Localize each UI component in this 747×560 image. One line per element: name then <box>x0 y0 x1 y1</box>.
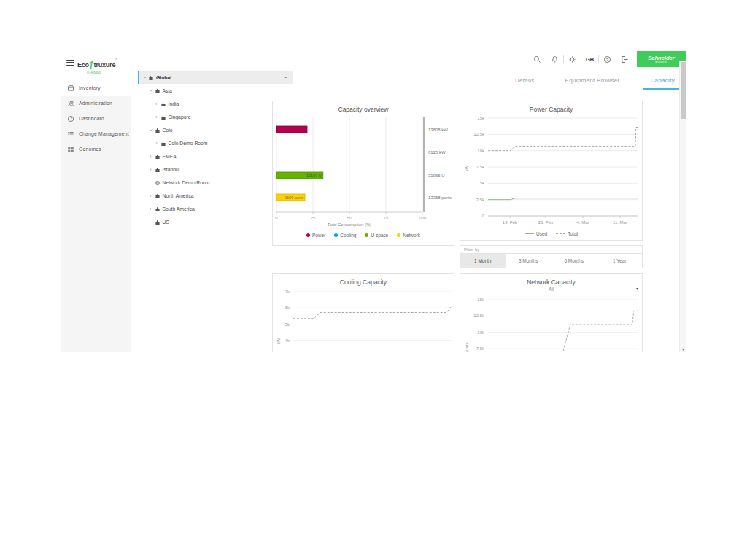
tree-item-us[interactable]: US <box>140 216 290 228</box>
svg-text:4. Mar: 4. Mar <box>576 220 589 225</box>
chevron-down-icon[interactable]: › <box>142 75 147 81</box>
legend-item-total[interactable]: Total <box>556 231 578 236</box>
power-capacity-chart: 02.5k5k7.5k10k12.5k15k19. Feb26. Feb4. M… <box>460 101 643 230</box>
chevron-right-icon[interactable]: › <box>154 141 160 146</box>
sidebar-item-change-management[interactable]: Change Management <box>61 126 131 141</box>
tree-item-label: Istanbul <box>163 167 180 172</box>
legend-item-network[interactable]: Network <box>397 233 420 238</box>
sidebar-item-inventory[interactable]: Inventory <box>61 80 131 96</box>
tree-item-label: North America <box>163 193 194 198</box>
schneider-electric-logo: Schneider Electric <box>637 51 686 67</box>
location-icon <box>154 128 161 133</box>
legend-label: Network <box>403 233 420 238</box>
filter-button-6-months[interactable]: 6 Months <box>551 254 597 268</box>
location-icon <box>147 75 155 81</box>
svg-text:7k: 7k <box>285 289 290 294</box>
search-icon[interactable] <box>529 51 546 67</box>
settings-gear-icon[interactable] <box>564 51 581 67</box>
sidebar-item-label: Administration <box>79 101 112 106</box>
tree-item-emea[interactable]: ›EMEA <box>140 150 290 163</box>
legend-dot-icon <box>334 233 338 237</box>
administration-icon <box>67 97 74 110</box>
dropdown-arrow-icon[interactable]: ▾ <box>636 286 638 291</box>
chevron-right-icon[interactable]: › <box>154 101 160 106</box>
locale-selector[interactable]: GB <box>581 51 598 67</box>
tree-item-south-america[interactable]: ›South America <box>140 203 290 215</box>
svg-text:6126 kW: 6126 kW <box>428 150 446 155</box>
sidebar-item-genomes[interactable]: Genomes <box>61 141 131 157</box>
network-scope-dropdown[interactable]: All <box>460 287 642 292</box>
svg-text:2.5k: 2.5k <box>476 198 485 202</box>
tree-item-global[interactable]: ›Global− <box>138 71 293 84</box>
tree-item-india[interactable]: ›India <box>140 98 290 110</box>
svg-text:4k: 4k <box>285 338 290 343</box>
legend-label: Cooling <box>340 233 356 238</box>
filter-button-1-year[interactable]: 1 Year <box>597 254 643 268</box>
tab-capacity[interactable]: Capacity <box>643 73 682 90</box>
svg-text:5k: 5k <box>285 322 290 327</box>
svg-text:19. Feb: 19. Feb <box>503 220 518 225</box>
tab-details[interactable]: Details <box>508 73 542 90</box>
cooling-capacity-card: Cooling Capacity 4k5k6k7kkW <box>272 273 454 352</box>
chart-legend: UsedTotal <box>460 231 642 236</box>
svg-text:0: 0 <box>275 216 278 220</box>
location-icon <box>160 141 167 147</box>
tab-equipment-browser[interactable]: Equipment Browser <box>558 73 627 90</box>
legend-item-cooling[interactable]: Cooling <box>334 233 356 238</box>
chevron-right-icon[interactable]: › <box>148 193 154 198</box>
tree-item-singapore[interactable]: ›Singapore <box>140 111 290 123</box>
legend-label: Power <box>312 233 325 238</box>
legend-item-power[interactable]: Power <box>306 233 325 238</box>
alarm-bell-icon[interactable] <box>546 51 563 67</box>
svg-text:25: 25 <box>311 216 316 220</box>
sidebar-nav: InventoryAdministrationDashboardChange M… <box>61 80 131 157</box>
network-capacity-chart: 7.5k10k12.5k15kports <box>460 295 643 352</box>
scrollbar-thumb[interactable] <box>681 62 686 119</box>
tree-item-colo-demo-room[interactable]: ›Colo Demo Room <box>140 137 290 149</box>
legend-item-u-space[interactable]: U space <box>365 233 388 238</box>
sidebar-item-label: Change Management <box>79 131 129 136</box>
tree-item-label: Asia <box>163 88 172 93</box>
logo-subtitle: IT Advisor <box>87 71 117 74</box>
svg-text:Total Consumption (%): Total Consumption (%) <box>328 222 372 227</box>
tree-item-asia[interactable]: ›Asia <box>140 85 290 97</box>
chevron-right-icon[interactable]: › <box>148 206 154 211</box>
chevron-right-icon[interactable]: › <box>148 154 154 159</box>
sidebar-item-dashboard[interactable]: Dashboard <box>61 111 131 126</box>
change-management-icon <box>67 128 74 141</box>
sidebar-item-label: Inventory <box>79 85 101 90</box>
tree-item-label: Network Demo Room <box>163 180 210 185</box>
svg-text:2609 ports: 2609 ports <box>285 195 303 200</box>
chevron-down-icon[interactable]: › <box>148 88 153 94</box>
tree-item-north-america[interactable]: ›North America <box>140 190 290 202</box>
chevron-right-icon[interactable]: › <box>148 167 154 172</box>
scrollbar-down-arrow-icon[interactable]: ▾ <box>680 347 686 351</box>
legend-dot-icon <box>365 233 368 237</box>
location-icon <box>154 219 161 225</box>
legend-label: U space <box>371 233 388 238</box>
legend-item-used[interactable]: Used <box>525 231 547 236</box>
tree-item-istanbul[interactable]: ›Istanbul <box>140 163 290 176</box>
vertical-scrollbar[interactable]: ▾ <box>679 61 686 352</box>
svg-text:13368 ports: 13368 ports <box>428 195 452 200</box>
chart-legend: PowerCoolingU spaceNetwork <box>273 233 454 238</box>
legend-line-icon <box>525 233 534 234</box>
location-tree: ›Global−›Asia›India›Singapore›Colo›Colo … <box>131 51 266 352</box>
collapse-minus-button[interactable]: − <box>284 74 287 81</box>
tree-item-label: EMEA <box>163 154 177 159</box>
help-icon[interactable]: ? <box>599 51 616 67</box>
svg-text:75: 75 <box>384 216 389 220</box>
chevron-down-icon[interactable]: › <box>148 128 153 133</box>
legend-label: Used <box>536 231 547 236</box>
logout-icon[interactable] <box>616 51 633 67</box>
chevron-right-icon[interactable]: › <box>154 114 160 120</box>
svg-text:100: 100 <box>419 216 427 220</box>
tree-item-colo[interactable]: ›Colo <box>140 124 290 136</box>
filter-button-1-month[interactable]: 1 Month <box>460 254 506 268</box>
sidebar-item-administration[interactable]: Administration <box>61 96 131 111</box>
tree-item-network-demo-room[interactable]: Network Demo Room <box>140 176 290 189</box>
location-icon <box>154 167 161 173</box>
legend-line-icon <box>556 233 565 234</box>
filter-button-3-months[interactable]: 3 Months <box>506 254 551 268</box>
hamburger-menu-icon[interactable] <box>66 60 74 66</box>
